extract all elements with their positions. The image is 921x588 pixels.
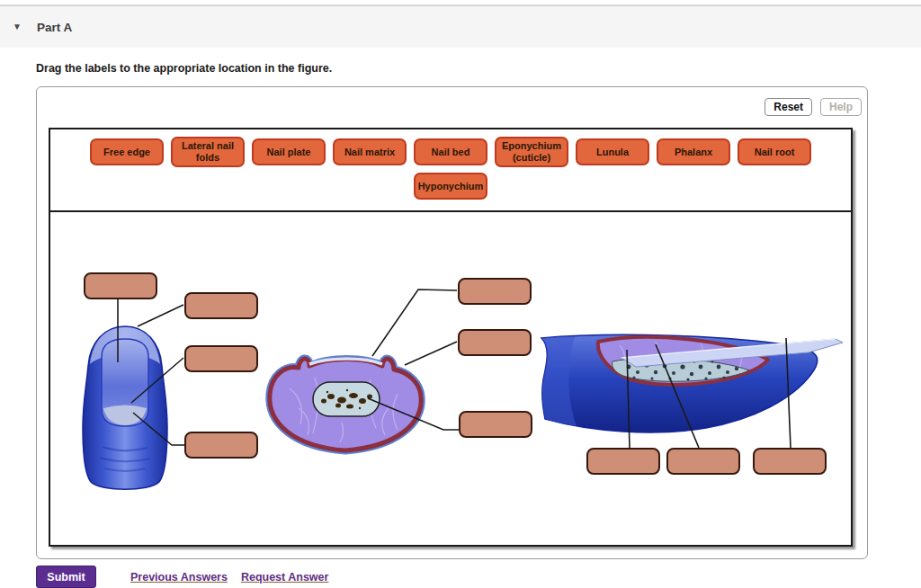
chevron-down-icon[interactable]: ▼ [13, 22, 22, 31]
label-chip-hyponychium[interactable]: Hyponychium [414, 173, 487, 200]
label-chip-nail-bed[interactable]: Nail bed [414, 138, 487, 165]
question-page: ▼ Part A Drag the labels to the appropri… [0, 0, 921, 588]
submit-button[interactable]: Submit [36, 566, 96, 588]
label-bank: Free edge Lateral nail folds Nail plate … [50, 129, 851, 212]
drop-target-7[interactable] [459, 411, 532, 438]
nail-sagittal-section-illustration [539, 315, 849, 441]
figure-area [50, 212, 851, 545]
nail-cross-section-illustration [263, 345, 428, 459]
drop-target-5[interactable] [458, 278, 532, 305]
label-chip-eponychium[interactable]: Eponychium (cuticle) [495, 137, 568, 166]
part-title: Part A [37, 21, 72, 34]
drop-target-8[interactable] [586, 448, 660, 475]
drop-target-4[interactable] [184, 432, 258, 459]
help-button[interactable]: Help [820, 98, 862, 116]
part-a-header[interactable]: ▼ Part A [0, 6, 921, 48]
request-answer-link[interactable]: Request Answer [241, 571, 328, 584]
drop-target-10[interactable] [753, 448, 827, 475]
label-chip-nail-matrix[interactable]: Nail matrix [333, 138, 407, 165]
label-chip-free-edge[interactable]: Free edge [90, 138, 164, 165]
drag-drop-canvas: Free edge Lateral nail folds Nail plate … [49, 128, 853, 547]
fingertip-top-view-illustration [76, 321, 174, 496]
reset-button[interactable]: Reset [765, 98, 812, 116]
answer-footer: Submit Previous Answers Request Answer [36, 566, 328, 588]
instruction-text: Drag the labels to the appropriate locat… [36, 62, 332, 75]
figure-toolbar: Reset Help [765, 98, 862, 116]
label-bank-row-2: Hyponychium [50, 173, 851, 200]
label-chip-nail-root[interactable]: Nail root [738, 138, 811, 165]
previous-answers-link[interactable]: Previous Answers [130, 571, 228, 584]
drop-target-1[interactable] [84, 272, 157, 299]
label-chip-phalanx[interactable]: Phalanx [657, 138, 730, 165]
drop-target-9[interactable] [666, 448, 740, 475]
label-bank-row-1: Free edge Lateral nail folds Nail plate … [50, 137, 851, 167]
label-chip-nail-plate[interactable]: Nail plate [252, 138, 326, 165]
drop-target-3[interactable] [184, 345, 258, 372]
label-chip-lateral-nail-folds[interactable]: Lateral nail folds [171, 137, 245, 166]
activity-panel: Reset Help Free edge Lateral nail folds … [36, 86, 868, 559]
label-chip-lunula[interactable]: Lunula [576, 138, 649, 165]
drop-target-6[interactable] [458, 329, 532, 356]
drop-target-2[interactable] [184, 292, 258, 319]
